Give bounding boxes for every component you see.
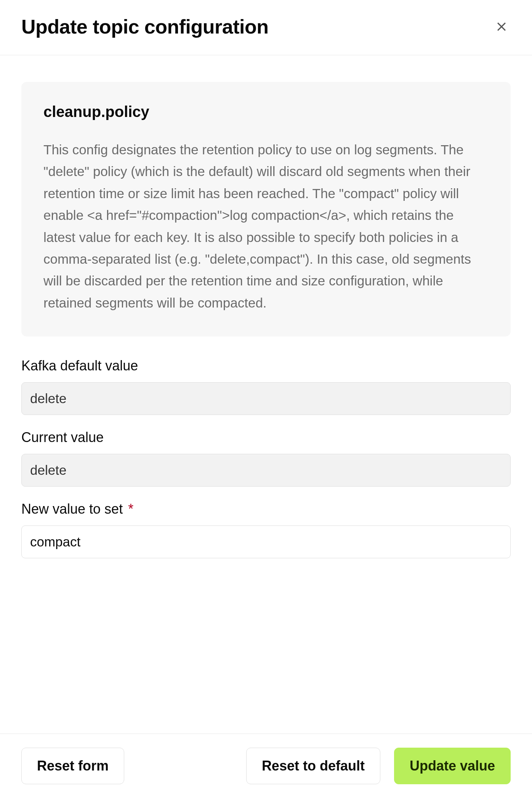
reset-form-button[interactable]: Reset form [21,748,124,784]
footer-left: Reset form [21,748,246,784]
config-description: This config designates the retention pol… [43,139,489,314]
required-indicator: * [128,501,133,517]
modal-body: cleanup.policy This config designates th… [0,55,532,734]
config-name: cleanup.policy [43,103,489,120]
current-value-label: Current value [21,429,511,445]
modal-footer: Reset form Reset to default Update value [0,734,532,801]
default-value-input [21,382,511,415]
reset-to-default-button[interactable]: Reset to default [246,748,380,784]
current-value-input [21,454,511,487]
close-button[interactable] [492,18,511,36]
new-value-label: New value to set * [21,501,511,517]
close-icon [495,20,508,33]
new-value-input[interactable] [21,525,511,558]
config-info-card: cleanup.policy This config designates th… [21,82,511,336]
current-value-group: Current value [21,429,511,487]
update-value-button[interactable]: Update value [394,748,511,784]
new-value-group: New value to set * [21,501,511,558]
default-value-label: Kafka default value [21,358,511,374]
modal-header: Update topic configuration [0,0,532,55]
new-value-label-text: New value to set [21,501,123,517]
default-value-group: Kafka default value [21,358,511,415]
modal-title: Update topic configuration [21,15,269,38]
footer-right: Reset to default Update value [246,748,511,784]
